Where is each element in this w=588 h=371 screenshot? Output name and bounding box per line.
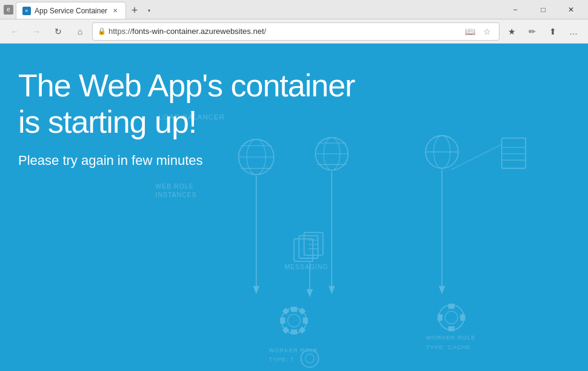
address-bar[interactable]: 🔒 https://fonts-win-container.azurewebsi… [92, 22, 499, 41]
svg-rect-31 [291, 307, 297, 312]
svg-rect-43 [448, 304, 454, 309]
bookmark-icon[interactable]: ☆ [479, 24, 494, 39]
browser-icon: e [4, 5, 13, 15]
svg-text:MESSAGING: MESSAGING [284, 264, 328, 270]
svg-point-30 [288, 315, 301, 327]
back-button[interactable]: ← [5, 22, 24, 41]
tab-area: e App Service Container ✕ + ▾ [13, 0, 502, 19]
svg-text:WORKER ROLE: WORKER ROLE [426, 335, 475, 341]
svg-marker-15 [253, 286, 259, 295]
svg-line-57 [452, 144, 502, 170]
svg-text:INSTANCES: INSTANCES [156, 192, 197, 198]
sub-heading: Please try again in few minutes [18, 153, 355, 169]
close-button[interactable]: ✕ [558, 0, 584, 19]
refresh-button[interactable]: ↻ [48, 22, 68, 41]
heading-line1: The Web App's container [18, 68, 355, 103]
heading-line2: is starting up! [18, 104, 196, 139]
svg-text:TYPE: T: TYPE: T [269, 356, 294, 363]
svg-text:WORKER ROLE: WORKER ROLE [269, 347, 318, 353]
url-domain: fonts-win-container.azurewebsites.net [132, 27, 264, 36]
url-suffix: / [264, 27, 267, 36]
svg-marker-56 [307, 289, 313, 298]
active-tab[interactable]: e App Service Container ✕ [16, 2, 126, 19]
title-bar: e e App Service Container ✕ + ▾ − □ ✕ [0, 0, 588, 19]
svg-point-42 [445, 311, 458, 324]
main-text-area: The Web App's container is starting up! … [18, 68, 355, 169]
hub-button[interactable]: ✏ [523, 22, 542, 41]
forward-button[interactable]: → [27, 22, 46, 41]
reading-view-icon[interactable]: 📖 [463, 24, 477, 39]
home-button[interactable]: ⌂ [70, 22, 90, 41]
main-heading: The Web App's container is starting up! [18, 68, 355, 141]
svg-text:TYPE: CACHE: TYPE: CACHE [426, 344, 471, 350]
svg-marker-19 [439, 286, 445, 295]
url-prefix: https:// [109, 27, 132, 36]
share-button[interactable]: ⬆ [543, 22, 563, 41]
svg-rect-46 [460, 315, 465, 321]
tab-dropdown-button[interactable]: ▾ [143, 2, 155, 19]
window-controls: − □ ✕ [502, 0, 588, 19]
minimize-button[interactable]: − [502, 0, 529, 19]
svg-rect-44 [448, 326, 454, 331]
svg-rect-32 [291, 329, 297, 334]
svg-rect-34 [303, 318, 308, 324]
svg-marker-17 [329, 286, 335, 295]
svg-rect-49 [502, 138, 526, 169]
lock-icon: 🔒 [98, 27, 106, 35]
more-button[interactable]: … [564, 22, 583, 41]
svg-text:WEB ROLE: WEB ROLE [156, 183, 194, 190]
favorites-button[interactable]: ★ [502, 22, 521, 41]
svg-rect-45 [438, 315, 443, 321]
title-bar-left: e [0, 5, 13, 15]
nav-actions: ★ ✏ ⬆ … [502, 22, 583, 41]
maximize-button[interactable]: □ [530, 0, 556, 19]
tab-favicon: e [22, 7, 31, 15]
nav-bar: ← → ↻ ⌂ 🔒 https://fonts-win-container.az… [0, 19, 588, 44]
page-content: LOAD BALANCER [0, 44, 588, 371]
svg-point-54 [306, 354, 315, 363]
svg-rect-33 [280, 318, 285, 324]
tab-title: App Service Container [35, 7, 107, 15]
new-tab-button[interactable]: + [126, 2, 143, 19]
tab-close-button[interactable]: ✕ [111, 7, 119, 15]
address-text: https://fonts-win-container.azurewebsite… [109, 27, 460, 36]
browser-window: e e App Service Container ✕ + ▾ − □ ✕ ← … [0, 0, 588, 371]
